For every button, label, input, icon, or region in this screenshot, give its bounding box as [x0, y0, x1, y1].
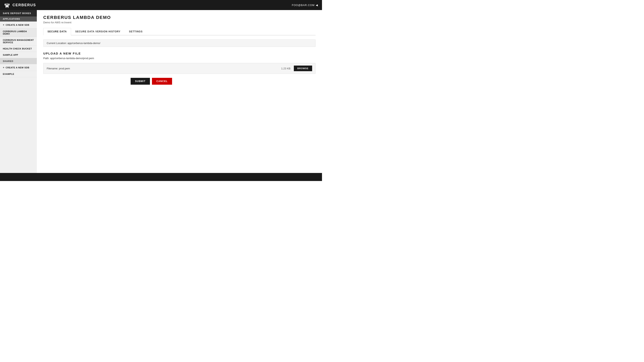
plus-icon: +	[3, 23, 4, 26]
svg-rect-8	[6, 7, 6, 8]
create-shared-sdb-label: CREATE A NEW SDB	[6, 66, 30, 69]
filename-value: prod.pem	[59, 67, 70, 70]
tab-settings[interactable]: SETTINGS	[125, 28, 147, 35]
sidebar-item-cerberus-lambda-demo[interactable]: CERBERUS LAMBDA DEMO	[0, 28, 37, 37]
tab-secure-data-version-history[interactable]: SECURE DATA VERSION HISTORY	[71, 28, 125, 35]
browse-button[interactable]: BROWSE	[294, 65, 312, 71]
file-name-display: Filename: prod.pem	[47, 67, 271, 70]
svg-rect-6	[8, 4, 10, 5]
filename-prefix: Filename:	[47, 67, 58, 70]
user-email: FOO@BAR.COM	[292, 3, 314, 7]
sidebar-item-create-sdb[interactable]: + CREATE A NEW SDB	[0, 21, 37, 28]
action-buttons: SUBMIT CANCEL	[43, 78, 172, 85]
current-location-prefix: Current Location:	[47, 42, 67, 45]
sidebar-section-shared: SHARED	[0, 58, 37, 64]
app-title: CERBERUS	[12, 3, 36, 7]
upload-section-title: UPLOAD A NEW FILE	[43, 52, 316, 55]
cerberus-logo-icon	[4, 2, 10, 8]
svg-rect-4	[5, 4, 6, 5]
path-prefix: Path:	[43, 57, 49, 60]
sidebar: SAFE DEPOSIT BOXES APPLICATIONS + CREATE…	[0, 10, 37, 173]
page-title: CERBERUS LAMBDA DEMO	[43, 15, 316, 20]
sidebar-section-applications: APPLICATIONS	[0, 16, 37, 21]
tab-bar: SECURE DATA SECURE DATA VERSION HISTORY …	[43, 28, 316, 35]
file-size: 1.23 KB	[274, 67, 290, 70]
submit-button[interactable]: SUBMIT	[130, 78, 150, 85]
current-location-bar: Current Location: app/cerberus-lambda-de…	[43, 39, 316, 47]
bottom-bar	[0, 173, 322, 181]
page-subtitle: Demo for AWS re:Invent	[43, 21, 316, 24]
file-upload-row: Filename: prod.pem 1.23 KB BROWSE	[43, 63, 316, 74]
svg-rect-9	[8, 7, 8, 8]
navbar: CERBERUS FOO@BAR.COM ◀	[0, 0, 322, 10]
sidebar-item-label: CERBERUS LAMBDA DEMO	[3, 30, 34, 35]
path-value: app/cerberus-lambda-demo/prod.pem	[50, 57, 94, 60]
navbar-brand: CERBERUS	[4, 2, 36, 8]
plus-icon: +	[3, 66, 4, 69]
sidebar-item-example[interactable]: EXAMPLE	[0, 71, 37, 77]
sidebar-item-label: HEALTH CHECK BUCKET	[3, 47, 32, 50]
sidebar-item-sample-app[interactable]: SAMPLE APP	[0, 52, 37, 58]
sidebar-item-create-shared-sdb[interactable]: + CREATE A NEW SDB	[0, 64, 37, 71]
svg-rect-2	[7, 4, 8, 5]
svg-rect-7	[6, 5, 9, 7]
sidebar-item-label: EXAMPLE	[3, 73, 14, 75]
user-chevron-icon: ◀	[316, 3, 318, 7]
tab-secure-data[interactable]: SECURE DATA	[43, 28, 71, 35]
sidebar-item-cerberus-management-service[interactable]: CERBERUS MANAGEMENT SERVICE	[0, 37, 37, 46]
sidebar-section-safe-deposit-boxes: SAFE DEPOSIT BOXES	[0, 10, 37, 16]
create-sdb-label: CREATE A NEW SDB	[6, 24, 30, 26]
current-location-path: app/cerberus-lambda-demo/	[68, 42, 100, 45]
upload-path: Path: app/cerberus-lambda-demo/prod.pem	[43, 57, 316, 60]
sidebar-item-label: CERBERUS MANAGEMENT SERVICE	[3, 39, 34, 44]
sidebar-item-label: SAMPLE APP	[3, 54, 18, 56]
cancel-button[interactable]: CANCEL	[152, 78, 172, 85]
user-menu[interactable]: FOO@BAR.COM ◀	[292, 3, 318, 7]
sidebar-item-health-check-bucket[interactable]: HEALTH CHECK BUCKET	[0, 46, 37, 52]
main-content: CERBERUS LAMBDA DEMO Demo for AWS re:Inv…	[37, 10, 322, 173]
